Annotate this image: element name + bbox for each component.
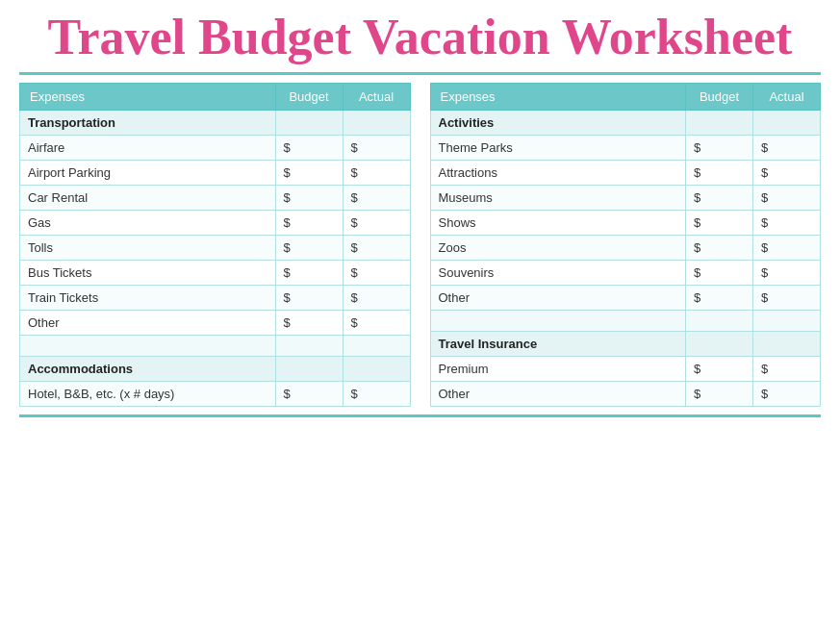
section-label: Travel Insurance bbox=[430, 332, 686, 357]
actual-value: $ bbox=[753, 186, 821, 211]
expense-label: Souvenirs bbox=[430, 261, 686, 286]
top-divider bbox=[19, 72, 821, 75]
expense-label: Theme Parks bbox=[430, 136, 686, 161]
table-row: Airfare$$ bbox=[20, 136, 411, 161]
actual-value: $ bbox=[753, 357, 821, 382]
expense-label: Airfare bbox=[20, 136, 276, 161]
budget-value: $ bbox=[275, 261, 343, 286]
table-row: Attractions$$ bbox=[430, 161, 821, 186]
budget-value: $ bbox=[275, 161, 343, 186]
expense-label: Attractions bbox=[430, 161, 686, 186]
actual-value: $ bbox=[753, 236, 821, 261]
expense-label: Car Rental bbox=[20, 186, 276, 211]
table-row: Bus Tickets$$ bbox=[20, 261, 411, 286]
right-col-expenses: Expenses bbox=[430, 84, 686, 111]
section-actual bbox=[343, 111, 410, 136]
table-row: Other$$ bbox=[20, 311, 411, 336]
table-row: Museums$$ bbox=[430, 186, 821, 211]
expense-label: Hotel, B&B, etc. (x # days) bbox=[20, 382, 276, 407]
budget-value: $ bbox=[686, 261, 753, 286]
expense-label: Shows bbox=[430, 211, 686, 236]
table-row: Tolls$$ bbox=[20, 236, 411, 261]
section-label: Accommodations bbox=[20, 357, 276, 382]
left-col-actual: Actual bbox=[343, 84, 410, 111]
section-label: Transportation bbox=[20, 111, 276, 136]
section-header-row: Travel Insurance bbox=[430, 332, 821, 357]
budget-value: $ bbox=[275, 382, 343, 407]
expense-label: Zoos bbox=[430, 236, 686, 261]
budget-value: $ bbox=[275, 186, 343, 211]
budget-value: $ bbox=[686, 286, 753, 311]
budget-value: $ bbox=[686, 186, 753, 211]
budget-value: $ bbox=[275, 311, 343, 336]
actual-value: $ bbox=[343, 311, 410, 336]
expense-label: Other bbox=[430, 382, 686, 407]
expense-label: Bus Tickets bbox=[20, 261, 276, 286]
actual-value: $ bbox=[753, 261, 821, 286]
section-actual bbox=[753, 332, 821, 357]
actual-value: $ bbox=[343, 186, 410, 211]
expense-label: Museums bbox=[430, 186, 686, 211]
section-budget bbox=[686, 111, 753, 136]
section-label: Activities bbox=[430, 111, 686, 136]
empty-row bbox=[430, 311, 821, 332]
empty-row bbox=[20, 336, 411, 357]
table-row: Train Tickets$$ bbox=[20, 286, 411, 311]
budget-value: $ bbox=[686, 161, 753, 186]
actual-value: $ bbox=[753, 286, 821, 311]
expense-label: Other bbox=[20, 311, 276, 336]
table-row: Theme Parks$$ bbox=[430, 136, 821, 161]
table-row: Car Rental$$ bbox=[20, 186, 411, 211]
actual-value: $ bbox=[753, 136, 821, 161]
section-actual bbox=[343, 357, 410, 382]
tables-container: Expenses Budget Actual TransportationAir… bbox=[19, 83, 821, 407]
budget-value: $ bbox=[275, 286, 343, 311]
budget-value: $ bbox=[686, 211, 753, 236]
right-table: Expenses Budget Actual ActivitiesTheme P… bbox=[430, 83, 822, 407]
actual-value: $ bbox=[343, 136, 410, 161]
budget-value: $ bbox=[686, 357, 753, 382]
table-row: Hotel, B&B, etc. (x # days)$$ bbox=[20, 382, 411, 407]
actual-value: $ bbox=[343, 161, 410, 186]
expense-label: Gas bbox=[20, 211, 276, 236]
actual-value: $ bbox=[753, 382, 821, 407]
left-col-expenses: Expenses bbox=[20, 84, 276, 111]
budget-value: $ bbox=[275, 211, 343, 236]
expense-label: Airport Parking bbox=[20, 161, 276, 186]
budget-value: $ bbox=[275, 136, 343, 161]
table-row: Souvenirs$$ bbox=[430, 261, 821, 286]
expense-label: Tolls bbox=[20, 236, 276, 261]
budget-value: $ bbox=[686, 136, 753, 161]
right-table-wrapper: Expenses Budget Actual ActivitiesTheme P… bbox=[430, 83, 822, 407]
actual-value: $ bbox=[343, 261, 410, 286]
actual-value: $ bbox=[753, 161, 821, 186]
expense-label: Premium bbox=[430, 357, 686, 382]
table-row: Airport Parking$$ bbox=[20, 161, 411, 186]
table-row: Other$$ bbox=[430, 382, 821, 407]
left-col-budget: Budget bbox=[275, 84, 343, 111]
page-title: Travel Budget Vacation Worksheet bbox=[19, 10, 821, 64]
actual-value: $ bbox=[753, 211, 821, 236]
right-table-body: ActivitiesTheme Parks$$Attractions$$Muse… bbox=[430, 111, 821, 407]
section-budget bbox=[686, 332, 753, 357]
table-row: Other$$ bbox=[430, 286, 821, 311]
budget-value: $ bbox=[686, 382, 753, 407]
actual-value: $ bbox=[343, 211, 410, 236]
table-row: Premium$$ bbox=[430, 357, 821, 382]
budget-value: $ bbox=[275, 236, 343, 261]
actual-value: $ bbox=[343, 382, 410, 407]
section-header-row: Activities bbox=[430, 111, 821, 136]
budget-value: $ bbox=[686, 236, 753, 261]
right-col-actual: Actual bbox=[753, 84, 821, 111]
left-table-body: TransportationAirfare$$Airport Parking$$… bbox=[20, 111, 411, 407]
section-header-row: Transportation bbox=[20, 111, 411, 136]
left-table-wrapper: Expenses Budget Actual TransportationAir… bbox=[19, 83, 411, 407]
left-table-header-row: Expenses Budget Actual bbox=[20, 84, 411, 111]
table-row: Shows$$ bbox=[430, 211, 821, 236]
section-header-row: Accommodations bbox=[20, 357, 411, 382]
section-budget bbox=[275, 357, 343, 382]
actual-value: $ bbox=[343, 286, 410, 311]
actual-value: $ bbox=[343, 236, 410, 261]
table-row: Zoos$$ bbox=[430, 236, 821, 261]
section-budget bbox=[275, 111, 343, 136]
